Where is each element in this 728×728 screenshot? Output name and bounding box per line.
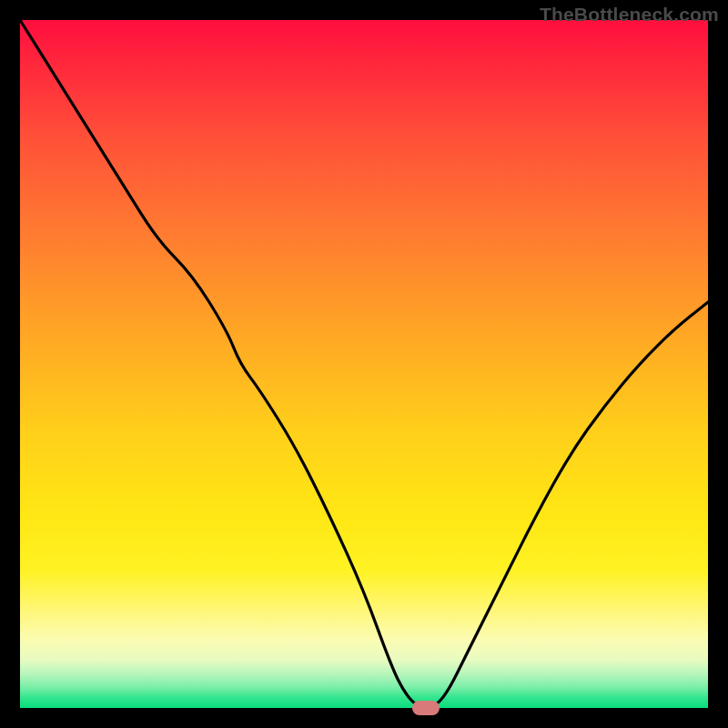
watermark-text: TheBottleneck.com [540,4,719,25]
plot-area [20,20,708,708]
optimum-marker [412,701,440,714]
bottleneck-curve [20,20,708,708]
chart-frame: TheBottleneck.com [0,0,728,728]
